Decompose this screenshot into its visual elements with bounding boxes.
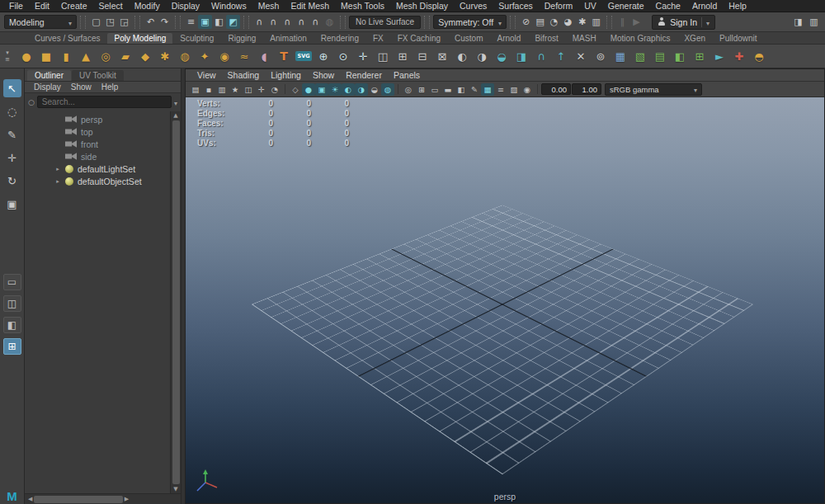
super-ellipse-icon[interactable]: ◖ xyxy=(254,46,274,66)
outliner-menu-item[interactable]: Show xyxy=(66,82,97,92)
shelf-tab-options-icon[interactable]: ▾ xyxy=(6,50,9,55)
select-by-hierarchy-icon[interactable]: ≡ xyxy=(184,15,198,29)
select-by-component-icon[interactable]: ◧ xyxy=(212,15,226,29)
smooth-shade-icon[interactable]: ● xyxy=(302,83,315,96)
gamma-field[interactable] xyxy=(572,83,601,95)
menu-item[interactable]: UV xyxy=(578,0,602,12)
sign-in-button[interactable]: Sign In xyxy=(652,15,715,30)
menu-item[interactable]: Windows xyxy=(205,0,252,12)
menu-item[interactable]: Select xyxy=(93,0,129,12)
textured-icon[interactable]: ▣ xyxy=(315,83,328,96)
play-icon[interactable]: ▶ xyxy=(629,15,644,29)
open-scene-icon[interactable]: ◳ xyxy=(103,15,117,29)
shelf-tab[interactable]: Sculpting xyxy=(173,33,220,44)
menu-item[interactable]: Edit xyxy=(29,0,55,12)
render-current-frame-icon[interactable]: ◔ xyxy=(547,15,561,29)
attribute-editor-toggle-icon[interactable]: ◨ xyxy=(791,15,805,29)
move-tool[interactable]: ✛ xyxy=(3,148,21,167)
menu-item[interactable]: Display xyxy=(166,0,205,12)
scrollbar-thumb[interactable] xyxy=(172,120,180,484)
viewport-menu-item[interactable]: Renderer xyxy=(340,69,388,81)
oversampling-icon[interactable]: ◔ xyxy=(268,83,281,96)
combine-icon[interactable]: ⊞ xyxy=(393,46,412,66)
group-grip[interactable] xyxy=(243,16,249,29)
menu-item[interactable]: Edit Mesh xyxy=(285,0,335,12)
snap-to-view-plane-icon[interactable]: ∩ xyxy=(309,15,323,29)
layout-four-pane-button[interactable]: ⊞ xyxy=(3,338,21,355)
outliner-item-side[interactable]: side xyxy=(25,150,169,163)
multi-cut-icon[interactable]: ✕ xyxy=(571,46,591,66)
boolean-union-icon[interactable]: ◐ xyxy=(452,46,472,66)
render-settings-icon[interactable]: ✱ xyxy=(575,15,589,29)
shelf-tab[interactable]: Motion Graphics xyxy=(604,33,677,44)
shelf-tab[interactable]: Custom xyxy=(448,33,489,44)
shelf-tab[interactable]: Arnold xyxy=(490,33,527,44)
menu-item[interactable]: Arnold xyxy=(686,0,723,12)
shelf-tab[interactable]: Animation xyxy=(263,33,313,44)
quad-draw-icon[interactable]: ▦ xyxy=(610,46,630,66)
menu-item[interactable]: Mesh Tools xyxy=(335,0,390,12)
center-pivot-icon[interactable]: ⊕ xyxy=(314,46,333,66)
menu-set-selector[interactable]: Modeling xyxy=(4,15,77,29)
film-gate-icon[interactable]: ▬ xyxy=(441,83,455,96)
snapshot-icon[interactable]: ◉ xyxy=(521,83,534,96)
shelf-tab[interactable]: Rendering xyxy=(314,33,365,44)
shelf-tab[interactable]: Bifrost xyxy=(528,33,564,44)
snap-to-projected-center-icon[interactable]: ∩ xyxy=(295,15,309,29)
shelf-tab[interactable]: XGen xyxy=(677,33,712,44)
menu-item[interactable]: File xyxy=(3,0,29,12)
lights-icon[interactable]: ☀ xyxy=(328,83,342,96)
menu-item[interactable]: Cache xyxy=(650,0,686,12)
boolean-difference-icon[interactable]: ◑ xyxy=(472,46,492,66)
uv-unfold-icon[interactable]: ◧ xyxy=(670,46,690,66)
camera-attributes-icon[interactable]: ▥ xyxy=(215,83,229,96)
poly-soccer-ball-icon[interactable]: ◍ xyxy=(175,46,195,66)
motion-blur-icon[interactable]: ◒ xyxy=(368,83,381,96)
group-grip[interactable] xyxy=(134,16,140,29)
bookmarks-icon[interactable]: ★ xyxy=(229,83,242,96)
two-d-pan-zoom-icon[interactable]: ✛ xyxy=(255,83,268,96)
color-space-selector[interactable]: sRGB gamma xyxy=(605,83,702,96)
outliner-menu-item[interactable]: Help xyxy=(97,82,124,92)
pause-icon[interactable]: ‖ xyxy=(615,15,629,29)
channel-box-toggle-icon[interactable]: ▥ xyxy=(807,15,821,29)
outliner-item-defaultLightSet[interactable]: ▸ defaultLightSet xyxy=(25,163,169,175)
viewport-menu-item[interactable]: Show xyxy=(307,69,340,81)
menu-item[interactable]: Help xyxy=(723,0,752,12)
isolate-select-icon[interactable]: ◎ xyxy=(402,83,415,96)
scroll-down-icon[interactable]: ▼ xyxy=(173,485,177,493)
make-live-icon[interactable]: ◍ xyxy=(323,15,337,29)
group-grip[interactable] xyxy=(80,16,86,29)
svg-tool-icon[interactable]: SVG xyxy=(294,46,314,66)
shelf-tab[interactable]: FX Caching xyxy=(391,33,447,44)
viewport-menu-item[interactable]: Panels xyxy=(388,69,426,81)
snap-to-curve-icon[interactable]: ∩ xyxy=(266,15,280,29)
scroll-right-icon[interactable]: ▶ xyxy=(123,496,130,502)
search-options-icon[interactable] xyxy=(174,97,177,107)
target-weld-icon[interactable]: ⊚ xyxy=(591,46,610,66)
redo-icon[interactable]: ↷ xyxy=(158,15,172,29)
outliner-search-input[interactable] xyxy=(37,96,172,108)
viewport-menu-item[interactable]: View xyxy=(191,69,222,81)
poly-plane-icon[interactable]: ▰ xyxy=(116,46,135,66)
rotate-tool[interactable]: ↻ xyxy=(3,172,21,190)
snap-together-tool-icon[interactable]: ⊙ xyxy=(333,46,353,66)
expand-icon[interactable]: ▸ xyxy=(54,166,61,172)
highlight-selection-mode-icon[interactable]: ◩ xyxy=(226,15,240,29)
outliner-menu-item[interactable]: Display xyxy=(29,82,66,92)
ambient-occlusion-icon[interactable]: ◑ xyxy=(355,83,368,96)
shelf-tab[interactable]: Pulldownit xyxy=(713,33,764,44)
scale-tool[interactable]: ▣ xyxy=(3,195,21,213)
extrude-icon[interactable]: ↑ xyxy=(551,46,571,66)
poly-disc-icon[interactable]: ◆ xyxy=(135,46,155,66)
panel-tab[interactable]: Outliner xyxy=(27,70,71,81)
outliner-vertical-scrollbar[interactable]: ▲ ▼ xyxy=(170,111,181,493)
poly-sphere-icon[interactable]: ● xyxy=(16,46,36,66)
snap-to-grid-icon[interactable]: ∩ xyxy=(252,15,266,29)
outliner-item-persp[interactable]: persp xyxy=(25,113,169,125)
poly-cone-icon[interactable]: ▲ xyxy=(76,46,96,66)
outliner-item-defaultObjectSet[interactable]: ▸ defaultObjectSet xyxy=(25,175,169,187)
sculpt-mesh-icon[interactable]: ◓ xyxy=(749,46,769,66)
group-grip[interactable] xyxy=(340,16,346,29)
outliner-item-top[interactable]: top xyxy=(25,125,169,138)
